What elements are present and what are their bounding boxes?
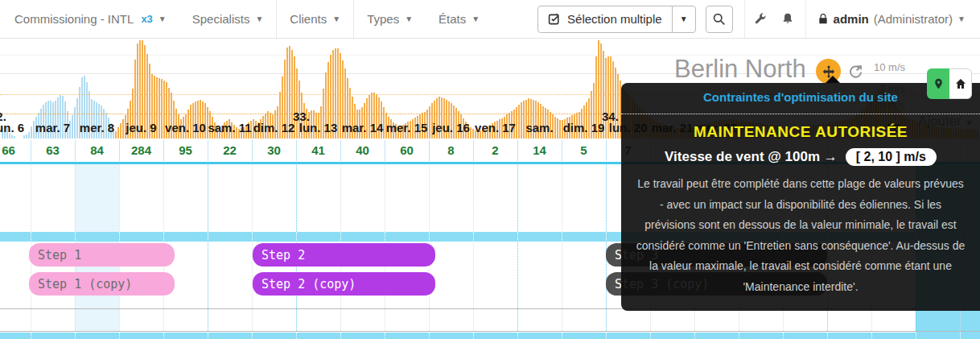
chevron-down-icon: ▼ — [255, 15, 263, 23]
timeline-grid-line — [119, 232, 120, 242]
timeline-grid-line — [606, 232, 607, 242]
chevron-down-icon: ▼ — [332, 15, 340, 23]
project-count-badge: x3 — [141, 13, 152, 25]
search-button[interactable] — [706, 6, 733, 33]
timeline-grid-line — [783, 333, 784, 339]
multi-select-checkbox-icon — [548, 13, 561, 26]
search-icon — [712, 12, 726, 26]
gantt-bar-step-2[interactable]: Step 2 — [253, 243, 435, 267]
wind-range-value: [ 2, 10 ] m/s — [846, 148, 937, 166]
timeline-grid-line — [75, 232, 76, 242]
wind-bar — [26, 134, 27, 138]
timeline-grid-line — [916, 333, 916, 339]
home-icon — [954, 77, 967, 90]
chevron-down-icon: ▼ — [405, 15, 413, 23]
timeline-grid-line — [429, 333, 430, 339]
menu-etats[interactable]: États ▼ — [426, 0, 492, 38]
timeline-grid-line — [606, 163, 607, 232]
wind-range-row: Vitesse de vent @ 100m → [ 2, 10 ] m/s — [621, 148, 980, 166]
timeline-grid-line — [385, 232, 385, 242]
timeline-grid-line — [31, 232, 31, 242]
timeline-grid-line — [473, 242, 474, 331]
user-menu[interactable]: admin (Administrator) ▼ — [805, 0, 980, 38]
timeline-grid-line — [252, 163, 253, 232]
wind-axis-label: 10 m/s — [849, 61, 905, 73]
timeline-grid-line — [827, 333, 828, 339]
timeline-grid-line — [340, 232, 341, 242]
menu-specialists[interactable]: Specialists ▼ — [179, 0, 277, 38]
timeline-grid-line — [208, 242, 208, 331]
map-pin-button[interactable] — [927, 68, 949, 99]
project-menu[interactable]: Commissioning - INTL x3 ▼ — [0, 0, 179, 38]
timeline-grid-line — [31, 333, 31, 339]
toolbar-icons — [744, 0, 802, 38]
user-name: admin — [834, 12, 869, 26]
timeline-grid-line — [650, 333, 651, 339]
tooltip-caret — [826, 76, 840, 83]
timeline-grid-line — [252, 333, 253, 339]
timeline-grid-line — [562, 333, 562, 339]
menu-clients[interactable]: Clients ▼ — [276, 0, 354, 38]
timeline-grid-line — [163, 232, 164, 242]
timeline-grid-line — [473, 232, 474, 242]
timeline-grid-line — [340, 333, 341, 339]
map-pin-icon — [933, 76, 945, 91]
timeline-grid-line — [385, 163, 385, 232]
tooltip-separator — [621, 114, 980, 114]
row-separator — [0, 331, 980, 332]
timeline-grid-line — [163, 333, 164, 339]
multi-select-dropdown-button[interactable]: ▼ — [672, 6, 695, 32]
map-controls — [927, 68, 972, 99]
wind-bar — [23, 135, 25, 138]
timeline-grid-line — [429, 163, 430, 232]
timeline-grid-line — [296, 333, 297, 339]
timeline-grid-line — [429, 232, 430, 242]
timeline-grid-line — [517, 242, 518, 331]
timeline-grid-line — [871, 333, 872, 339]
timeline-grid-line — [252, 232, 253, 242]
menu-types[interactable]: Types ▼ — [354, 0, 426, 38]
timeline-grid-line — [739, 333, 739, 339]
timeline-grid-line — [208, 232, 208, 242]
timeline-grid-line — [75, 333, 76, 339]
timeline-grid-line — [208, 163, 208, 232]
timeline-grid-line — [562, 163, 562, 232]
timeline-grid-line — [119, 333, 120, 339]
site-title: Berlin North — [674, 55, 806, 84]
timeline-grid-line — [473, 333, 474, 339]
app-window: Commissioning - INTL x3 ▼ Specialists ▼ … — [0, 0, 980, 339]
timeline-grid-line — [517, 163, 518, 232]
timeline-grid-line — [163, 163, 164, 232]
timeline-grid-line — [694, 333, 695, 339]
timeline-grid-line — [75, 163, 76, 232]
timeline-grid-line — [517, 232, 518, 242]
timeline-grid-line — [385, 333, 385, 339]
map-home-button[interactable] — [949, 68, 972, 99]
multi-select-split-button: Sélection multiple ▼ — [537, 6, 695, 33]
bell-icon[interactable] — [781, 12, 794, 26]
wrench-icon[interactable] — [753, 12, 767, 26]
chevron-down-icon: ▼ — [159, 15, 167, 23]
timeline-grid-line — [517, 333, 518, 339]
chevron-down-icon: ▼ — [471, 15, 480, 23]
gantt-bar-step-2-copy-[interactable]: Step 2 (copy) — [253, 272, 435, 296]
wind-bar — [11, 135, 13, 138]
gantt-bar-step-1[interactable]: Step 1 — [29, 243, 175, 267]
multi-select-button[interactable]: Sélection multiple — [538, 6, 672, 32]
timeline-grid-line — [296, 232, 297, 242]
timeline-grid-line — [119, 163, 120, 232]
timeline-grid-line — [562, 242, 562, 331]
timeline-grid-line — [208, 333, 208, 339]
timeline-grid-line — [960, 333, 961, 339]
lock-icon — [817, 13, 829, 25]
wind-bar — [14, 136, 15, 138]
timeline-grid-line — [31, 163, 31, 232]
multi-select-label: Sélection multiple — [567, 12, 662, 26]
user-role: (Administrator) — [874, 12, 953, 26]
timeline-grid-line — [296, 163, 297, 232]
chevron-down-icon: ▼ — [680, 15, 688, 23]
wind-range-label: Vitesse de vent @ 100m → — [665, 149, 838, 165]
gantt-bar-step-1-copy-[interactable]: Step 1 (copy) — [29, 272, 175, 296]
timeline-strip — [0, 333, 980, 339]
timeline-grid-line — [340, 163, 341, 232]
